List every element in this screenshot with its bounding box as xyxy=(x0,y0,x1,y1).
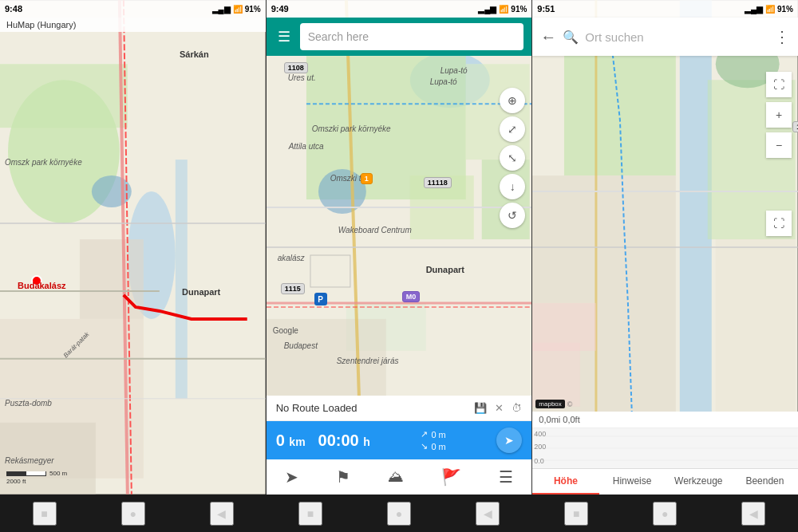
search-input-2[interactable]: Search here xyxy=(300,23,524,50)
svg-rect-34 xyxy=(564,48,676,175)
download-btn-2[interactable]: ↓ xyxy=(500,174,525,199)
status-bar-2: 9:49 ▂▄▆ 📶 91% xyxy=(267,0,532,18)
list-icon[interactable]: ☰ xyxy=(499,467,513,487)
tab-werkzeuge[interactable]: Werkzeuge xyxy=(666,469,732,495)
route-stats: 0 km 00:00 h ↗ 0 m ↘ 0 m ➤ xyxy=(267,421,532,459)
mapbox-attribution: mapbox © xyxy=(535,400,572,408)
nav-square-3[interactable]: ■ xyxy=(564,502,588,526)
google-attribution: Google xyxy=(273,326,298,335)
wifi-icon-1: 📶 xyxy=(233,5,243,14)
road-badge-1115: 1115 xyxy=(281,283,305,294)
nav-circle-3[interactable]: ● xyxy=(653,502,677,526)
nav-section-1: ■ ● ◀ xyxy=(0,502,266,526)
time-1: 9:48 xyxy=(5,4,22,14)
nav-square-1[interactable]: ■ xyxy=(33,502,57,526)
fullscreen-btn-3[interactable]: ⛶ xyxy=(766,72,792,97)
place-label-2g: Lupa-tó xyxy=(430,77,457,86)
place-label-2k: Szentendrei járás xyxy=(337,357,399,365)
flag-icon[interactable]: 🚩 xyxy=(441,467,461,487)
wifi-icon-2: 📶 xyxy=(499,5,508,14)
screen-3: 9:51 ▂▄▆ 📶 91% ← 🔍 Ort suchen ⋮ xyxy=(532,0,798,495)
save-icon[interactable]: 💾 xyxy=(474,402,487,414)
elev-up-value: 0 m xyxy=(431,430,445,439)
place-label: Puszta-domb xyxy=(5,399,52,408)
location-btn-2[interactable]: ⊕ xyxy=(500,88,525,113)
signal-icon-2: ▂▄▆ xyxy=(478,5,496,14)
tab-beenden[interactable]: Beenden xyxy=(732,469,798,495)
waypoint-icon[interactable]: ⚑ xyxy=(336,467,350,487)
navigate-btn[interactable]: ➤ xyxy=(496,428,522,453)
nav-back-2[interactable]: ◀ xyxy=(476,502,500,526)
time-3: 9:51 xyxy=(537,4,555,14)
wifi-icon-3: 📶 xyxy=(765,5,775,14)
search-icon-3: 🔍 xyxy=(563,30,579,45)
elevation-panel: 0,0mi 0,0ft 400 200 0.0 Höhe Hinweise We… xyxy=(532,412,798,495)
route-title: No Route Loaded xyxy=(276,402,358,414)
svg-rect-43 xyxy=(532,343,580,407)
place-label: Rekásmegyer xyxy=(5,456,54,465)
time-2: 9:49 xyxy=(271,4,289,14)
elev-distance-label: 0,0mi 0,0ft xyxy=(539,415,579,424)
back-button-3[interactable]: ← xyxy=(540,28,556,46)
timer-icon[interactable]: ⏱ xyxy=(512,402,522,414)
nav-back-1[interactable]: ◀ xyxy=(210,502,234,526)
more-button-3[interactable]: ⋮ xyxy=(774,27,790,46)
screen-1: 9:48 ▂▄▆ 📶 91% HuMap (Hungary) xyxy=(0,0,267,495)
route-options-icon[interactable]: ⛰ xyxy=(388,467,404,487)
nav-back-3[interactable]: ◀ xyxy=(741,502,765,526)
elev-down-value: 0 m xyxy=(431,442,445,451)
place-label-2i: akalász xyxy=(278,254,305,262)
city-label-2h: Dunapart xyxy=(426,265,464,274)
elev-down-arrow: ↘ xyxy=(421,441,428,451)
directions-icon[interactable]: ➤ xyxy=(285,467,298,487)
svg-rect-4 xyxy=(0,64,128,128)
place-label: Omszk park környéke xyxy=(5,158,82,167)
searchbar-2: ☰ Search here xyxy=(267,18,532,56)
place-label-2e: Wakeboard Centrum xyxy=(338,226,412,234)
close-route-icon[interactable]: ✕ xyxy=(495,402,504,414)
expand-btn-3[interactable]: ⛶ xyxy=(766,211,792,236)
distance-value: 0 km xyxy=(276,432,306,450)
battery-2: 91% xyxy=(511,5,527,14)
route-panel: No Route Loaded 💾 ✕ ⏱ 0 km 00:00 h xyxy=(267,396,532,495)
bottom-nav: ■ ● ◀ ■ ● ◀ ■ ● ◀ xyxy=(0,495,798,532)
tab-hohe[interactable]: Höhe xyxy=(532,469,598,495)
status-bar-1: 9:48 ▂▄▆ 📶 91% xyxy=(0,0,266,18)
elevation-toprow: 0,0mi 0,0ft xyxy=(532,412,798,428)
place-label-2b: Attila utca xyxy=(289,142,324,151)
elev-400: 400 xyxy=(534,430,546,438)
copyright: © xyxy=(567,400,573,408)
nav-square-2[interactable]: ■ xyxy=(298,502,322,526)
zoom-in-btn-3[interactable]: + xyxy=(766,102,792,128)
nav-section-2: ■ ● ◀ xyxy=(266,502,531,526)
elevation-chart[interactable]: 400 200 0.0 xyxy=(532,428,798,468)
elevation-tabs: Höhe Hinweise Werkzeuge Beenden xyxy=(532,468,798,495)
svg-rect-2 xyxy=(176,160,188,399)
road-badge-3-1a-left: 1A xyxy=(792,121,798,132)
search-placeholder-3[interactable]: Ort suchen xyxy=(585,30,768,44)
contract-btn-2[interactable]: ⤡ xyxy=(500,145,525,171)
screen3-topbar: ← 🔍 Ort suchen ⋮ xyxy=(532,18,798,56)
undo-btn-2[interactable]: ↺ xyxy=(500,203,525,228)
nav-circle-2[interactable]: ● xyxy=(387,502,411,526)
time-value: 00:00 h xyxy=(318,432,370,450)
hamburger-button[interactable]: ☰ xyxy=(275,25,294,49)
nav-circle-1[interactable]: ● xyxy=(121,502,145,526)
scale-bar-1: 500 m 2000 ft xyxy=(6,470,67,485)
city-label-budakalasz: Budakalász xyxy=(18,281,66,290)
zoom-out-btn-3[interactable]: − xyxy=(766,132,792,158)
map-canvas-1[interactable] xyxy=(0,0,266,495)
battery-1: 91% xyxy=(245,5,261,14)
screen-2: 9:49 ▂▄▆ 📶 91% ☰ Search here xyxy=(267,0,533,495)
map-controls-3: ⛶ + − ⛶ xyxy=(766,72,792,236)
signal-icon-3: ▂▄▆ xyxy=(745,5,763,14)
place-label-2a: Ures ut. xyxy=(288,73,316,82)
battery-3: 91% xyxy=(777,5,793,14)
route-header: No Route Loaded 💾 ✕ ⏱ xyxy=(267,396,532,421)
nav-section-3: ■ ● ◀ xyxy=(532,502,798,526)
expand-btn-2[interactable]: ⤢ xyxy=(500,116,525,142)
tab-hinweise[interactable]: Hinweise xyxy=(599,469,666,495)
parking-icon: P xyxy=(314,293,327,305)
city-label: Dunapart xyxy=(182,287,220,297)
road-badge-1: 1 xyxy=(361,173,373,184)
